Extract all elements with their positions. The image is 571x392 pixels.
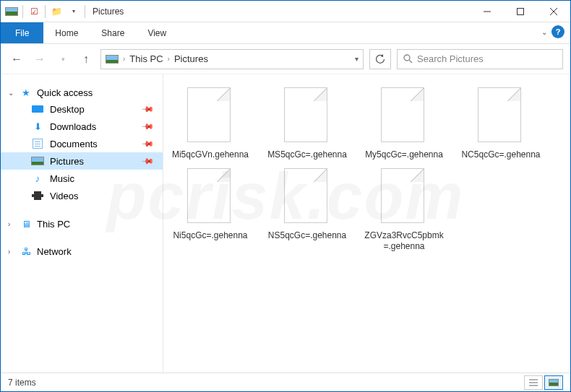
star-icon: ★ xyxy=(20,87,33,98)
desktop-icon xyxy=(31,103,44,115)
sidebar-network[interactable]: › 🖧 Network xyxy=(1,243,163,259)
chevron-right-icon: › xyxy=(123,55,125,63)
sidebar-item-label: Desktop xyxy=(50,104,85,115)
window-title: Pictures xyxy=(93,6,124,17)
sidebar-item-label: Quick access xyxy=(37,87,93,98)
sidebar-item-music[interactable]: ♪ Music xyxy=(1,170,163,187)
thumbnails-view-button[interactable] xyxy=(544,375,563,390)
documents-icon xyxy=(31,138,44,149)
svg-line-5 xyxy=(409,60,412,63)
app-icon xyxy=(4,5,20,18)
file-item[interactable]: NS5qcGc=.gehenna xyxy=(267,168,347,253)
network-icon: 🖧 xyxy=(20,245,33,257)
svg-point-4 xyxy=(404,55,410,61)
expand-ribbon-icon[interactable]: ⌄ xyxy=(541,28,547,36)
address-bar[interactable]: › This PC › Pictures ▾ xyxy=(100,49,364,69)
chevron-right-icon: › xyxy=(168,55,170,63)
title-bar: ☑ 📁 ▾ Pictures xyxy=(1,1,570,22)
qat-save-icon[interactable]: ☑ xyxy=(26,5,42,18)
tab-share[interactable]: Share xyxy=(90,22,136,43)
forward-button[interactable]: → xyxy=(31,51,48,68)
sidebar-item-label: Videos xyxy=(50,191,79,201)
file-name: Mi5qcGVn.gehenna xyxy=(172,149,249,161)
file-icon xyxy=(187,87,233,145)
search-input[interactable]: Search Pictures xyxy=(397,49,563,69)
qat-dropdown-icon[interactable]: ▾ xyxy=(66,5,82,18)
music-icon: ♪ xyxy=(31,173,44,184)
chevron-right-icon: › xyxy=(8,248,15,256)
pin-icon: 📌 xyxy=(140,119,154,133)
file-icon xyxy=(381,168,427,226)
file-icon xyxy=(284,87,330,145)
address-dropdown-icon[interactable]: ▾ xyxy=(355,55,359,63)
help-button[interactable]: ? xyxy=(551,25,564,38)
breadcrumb-current[interactable]: Pictures xyxy=(174,53,208,64)
file-item[interactable]: NC5qcGc=.gehenna xyxy=(461,87,541,161)
file-icon xyxy=(284,168,330,226)
sidebar-item-label: This PC xyxy=(37,219,70,230)
file-name: ZGVza3RvcC5pbmk=.gehenna xyxy=(364,230,444,253)
sidebar-item-label: Pictures xyxy=(50,156,84,167)
file-name: Ni5qcGc=.gehenna xyxy=(173,230,247,242)
file-icon xyxy=(478,87,524,145)
close-button[interactable] xyxy=(537,1,570,22)
sidebar-item-label: Network xyxy=(37,246,72,257)
file-icon xyxy=(187,168,233,226)
sidebar-item-label: Music xyxy=(50,173,74,184)
videos-icon xyxy=(31,190,44,201)
pin-icon: 📌 xyxy=(140,154,154,167)
file-tab[interactable]: File xyxy=(1,22,43,43)
file-item[interactable]: MS5qcGc=.gehenna xyxy=(267,87,347,161)
downloads-icon: ⬇ xyxy=(31,121,44,132)
back-button[interactable]: ← xyxy=(8,51,25,68)
minimize-button[interactable] xyxy=(471,1,504,22)
sidebar-item-desktop[interactable]: Desktop 📌 xyxy=(1,100,163,118)
file-name: My5qcGc=.gehenna xyxy=(365,149,443,161)
pin-icon: 📌 xyxy=(140,102,154,116)
file-name: NC5qcGc=.gehenna xyxy=(461,149,540,161)
details-view-button[interactable] xyxy=(524,375,543,390)
sidebar-item-pictures[interactable]: Pictures 📌 xyxy=(1,152,163,170)
tab-home[interactable]: Home xyxy=(43,22,90,43)
sidebar-item-documents[interactable]: Documents 📌 xyxy=(1,135,163,152)
sidebar-item-videos[interactable]: Videos xyxy=(1,187,163,204)
sidebar-this-pc[interactable]: › 🖥 This PC xyxy=(1,216,163,232)
recent-dropdown-icon[interactable]: ▾ xyxy=(54,51,72,68)
file-icon xyxy=(381,87,427,145)
file-item[interactable]: Mi5qcGVn.gehenna xyxy=(171,87,250,161)
tab-view[interactable]: View xyxy=(136,22,178,43)
ribbon-bar: File Home Share View ⌄ ? xyxy=(1,22,570,44)
sidebar-item-downloads[interactable]: ⬇ Downloads 📌 xyxy=(1,118,163,135)
search-icon xyxy=(403,54,413,64)
navigation-pane: ⌄ ★ Quick access Desktop 📌 ⬇ Downloads 📌… xyxy=(1,74,163,374)
sidebar-item-label: Documents xyxy=(50,139,98,149)
sidebar-item-label: Downloads xyxy=(50,121,96,132)
sidebar-quick-access[interactable]: ⌄ ★ Quick access xyxy=(1,84,163,100)
computer-icon: 🖥 xyxy=(20,218,33,230)
refresh-button[interactable] xyxy=(369,49,391,69)
item-count: 7 items xyxy=(8,378,36,388)
search-placeholder: Search Pictures xyxy=(417,53,484,64)
file-name: NS5qcGc=.gehenna xyxy=(268,230,346,242)
pictures-icon xyxy=(31,155,44,167)
address-row: ← → ▾ ↑ › This PC › Pictures ▾ Search Pi… xyxy=(1,44,570,74)
breadcrumb-root[interactable]: This PC xyxy=(129,53,163,64)
file-item[interactable]: ZGVza3RvcC5pbmk=.gehenna xyxy=(364,168,444,253)
file-item[interactable]: My5qcGc=.gehenna xyxy=(364,87,444,161)
file-name: MS5qcGc=.gehenna xyxy=(267,149,347,161)
qat-folder-icon[interactable]: 📁 xyxy=(48,5,64,18)
location-icon xyxy=(106,53,119,65)
svg-rect-1 xyxy=(518,8,524,14)
pin-icon: 📌 xyxy=(140,136,154,150)
file-item[interactable]: Ni5qcGc=.gehenna xyxy=(171,168,250,253)
maximize-button[interactable] xyxy=(504,1,537,22)
chevron-right-icon: › xyxy=(8,220,15,228)
chevron-down-icon: ⌄ xyxy=(8,89,15,97)
file-list[interactable]: Mi5qcGVn.gehennaMS5qcGc=.gehennaMy5qcGc=… xyxy=(163,74,570,374)
status-bar: 7 items xyxy=(1,373,570,391)
up-button[interactable]: ↑ xyxy=(77,51,95,68)
